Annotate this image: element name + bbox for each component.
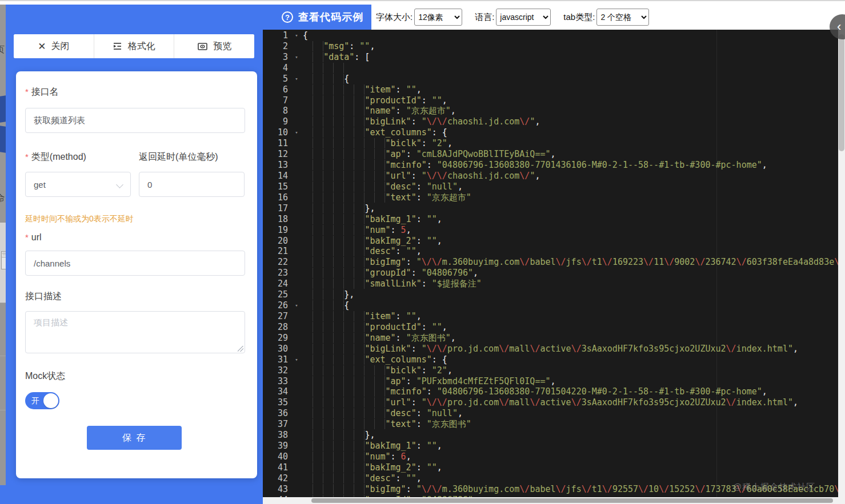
- code-line[interactable]: 9 "bigLink": "\/\/chaoshi.jd.com\/",: [263, 116, 838, 127]
- code-text[interactable]: "bakImg_2": "",: [303, 462, 838, 473]
- code-line[interactable]: 5▾ {: [263, 74, 838, 84]
- fold-arrow-icon[interactable]: ▾: [291, 300, 302, 311]
- code-line[interactable]: 18 "bakImg_1": "",: [263, 214, 838, 225]
- code-line[interactable]: 32 "biclk": "2",: [263, 365, 838, 376]
- code-text[interactable]: "bakImg_1": "",: [303, 441, 838, 451]
- code-line[interactable]: 35 "url": "\/\/pro.jd.com\/mall\/active\…: [263, 397, 838, 408]
- code-line[interactable]: 16 "text": "京东超市": [263, 192, 838, 203]
- code-line[interactable]: 36 "desc": "null",: [263, 408, 838, 419]
- code-text[interactable]: "url": "\/\/pro.jd.com\/mall\/active\/3s…: [303, 397, 838, 408]
- code-text[interactable]: "num": 5,: [303, 225, 838, 236]
- code-text[interactable]: "url": "\/\/chaoshi.jd.com\/",: [303, 171, 838, 182]
- code-line[interactable]: 31▾ "ext_columns": {: [263, 354, 838, 365]
- code-line[interactable]: 12 "ap": "cmL8AJdPQwoBBlITEyBAiQ==",: [263, 149, 838, 160]
- desc-textarea[interactable]: [25, 311, 245, 353]
- code-text[interactable]: "bigLink": "\/\/chaoshi.jd.com\/",: [303, 116, 838, 127]
- code-line[interactable]: 17 },: [263, 203, 838, 214]
- code-text[interactable]: "biclk": "2",: [303, 365, 838, 376]
- code-line[interactable]: 8 "name": "京东超市",: [263, 106, 838, 116]
- method-select[interactable]: get: [25, 172, 131, 197]
- code-line[interactable]: 33 "ap": "PUFxbmd4cMfEZtF5QFl0IQ==",: [263, 376, 838, 387]
- code-text[interactable]: },: [303, 430, 838, 441]
- code-line[interactable]: 41 "bakImg_2": "",: [263, 462, 838, 473]
- code-line[interactable]: 6 "item": "",: [263, 84, 838, 95]
- fold-arrow-icon[interactable]: ▾: [291, 74, 302, 84]
- code-line[interactable]: 1▾{: [263, 30, 838, 41]
- horizontal-scrollbar-thumb[interactable]: [311, 498, 833, 503]
- code-text[interactable]: "smallLink": "$提报备注": [303, 279, 838, 289]
- code-text[interactable]: "ap": "PUFxbmd4cMfEZtF5QFl0IQ==",: [303, 376, 838, 387]
- code-line[interactable]: 29 "name": "京东图书",: [263, 333, 838, 344]
- tab-type-select[interactable]: 2 个空格: [596, 9, 649, 26]
- code-text[interactable]: "bigLink": "\/\/pro.jd.com\/mall\/active…: [303, 344, 838, 354]
- code-text[interactable]: [303, 63, 838, 74]
- save-button[interactable]: 保 存: [87, 426, 182, 450]
- code-text[interactable]: "mcinfo": "04806796-13608380-7701504220-…: [303, 386, 838, 397]
- code-text[interactable]: "text": "京东图书": [303, 419, 838, 430]
- horizontal-scrollbar[interactable]: [263, 497, 838, 504]
- code-line[interactable]: 4: [263, 63, 838, 74]
- code-line[interactable]: 3▾ "data": [: [263, 52, 838, 63]
- help-circle-icon[interactable]: ?: [282, 11, 293, 23]
- code-text[interactable]: "biclk": "2",: [303, 138, 838, 149]
- delay-input[interactable]: [139, 172, 245, 197]
- code-text[interactable]: {: [303, 30, 838, 41]
- code-text[interactable]: "name": "京东超市",: [303, 106, 838, 116]
- code-text[interactable]: {: [303, 300, 838, 311]
- code-text[interactable]: "name": "京东图书",: [303, 333, 838, 344]
- mock-status-toggle[interactable]: 开: [25, 392, 59, 409]
- code-text[interactable]: },: [303, 289, 838, 300]
- code-text[interactable]: "text": "京东超市": [303, 192, 838, 203]
- code-text[interactable]: "desc": "null",: [303, 182, 838, 192]
- close-button[interactable]: ✕ 关闭: [14, 34, 94, 58]
- font-size-select[interactable]: 12像素: [414, 9, 462, 26]
- code-line[interactable]: 25 },: [263, 289, 838, 300]
- code-line[interactable]: 40 "num": 6,: [263, 451, 838, 462]
- api-name-input[interactable]: [25, 108, 245, 133]
- code-text[interactable]: "item": "",: [303, 84, 838, 95]
- code-text[interactable]: "data": [: [303, 52, 838, 63]
- code-line[interactable]: 26▾ {: [263, 300, 838, 311]
- code-line[interactable]: 7 "productId": "",: [263, 95, 838, 106]
- code-line[interactable]: 20 "bakImg_2": "",: [263, 236, 838, 247]
- code-line[interactable]: 11 "biclk": "2",: [263, 138, 838, 149]
- code-line[interactable]: 24 "smallLink": "$提报备注": [263, 279, 838, 289]
- code-text[interactable]: {: [303, 74, 838, 84]
- code-line[interactable]: 28 "productId": "",: [263, 322, 838, 333]
- preview-button[interactable]: 预览: [174, 34, 254, 58]
- fold-arrow-icon[interactable]: ▾: [291, 30, 302, 41]
- vertical-scrollbar-thumb[interactable]: [839, 34, 844, 151]
- code-line[interactable]: 30 "bigLink": "\/\/pro.jd.com\/mall\/act…: [263, 344, 838, 354]
- code-line[interactable]: 34 "mcinfo": "04806796-13608380-77015042…: [263, 386, 838, 397]
- code-text[interactable]: "bakImg_2": "",: [303, 236, 838, 247]
- code-text[interactable]: "productId": "",: [303, 95, 838, 106]
- code-text[interactable]: "ap": "cmL8AJdPQwoBBlITEyBAiQ==",: [303, 149, 838, 160]
- code-line[interactable]: 37 "text": "京东图书": [263, 419, 838, 430]
- fold-arrow-icon[interactable]: ▾: [291, 354, 302, 365]
- code-line[interactable]: 38 },: [263, 430, 838, 441]
- resize-handle-icon[interactable]: [238, 346, 243, 352]
- code-line[interactable]: 10▾ "ext_columns": {: [263, 127, 838, 138]
- url-input[interactable]: [25, 251, 245, 276]
- format-button[interactable]: 格式化: [94, 34, 174, 58]
- code-line[interactable]: 23 "groupId": "04806796",: [263, 268, 838, 279]
- fold-arrow-icon[interactable]: ▾: [291, 52, 302, 63]
- code-line[interactable]: 39 "bakImg_1": "",: [263, 441, 838, 451]
- code-editor[interactable]: 1▾{2 "msg": "",3▾ "data": [4 5▾ {6 "item…: [263, 30, 838, 504]
- code-text[interactable]: "msg": "",: [303, 41, 838, 52]
- code-text[interactable]: "desc": "null",: [303, 408, 838, 419]
- code-line[interactable]: 27 "item": "",: [263, 311, 838, 322]
- code-text[interactable]: "item": "",: [303, 311, 838, 322]
- code-text[interactable]: "mcinfo": "04806796-13608380-7701436106-…: [303, 160, 838, 171]
- code-text[interactable]: "groupId": "04806796",: [303, 268, 838, 279]
- vertical-scrollbar[interactable]: [838, 30, 845, 497]
- code-line[interactable]: 15 "desc": "null",: [263, 182, 838, 192]
- code-text[interactable]: },: [303, 203, 838, 214]
- language-select[interactable]: javascript: [496, 9, 551, 26]
- fold-arrow-icon[interactable]: ▾: [291, 127, 302, 138]
- code-text[interactable]: "bigImg": "\/\/m.360buyimg.com\/babel\/j…: [303, 257, 838, 268]
- code-line[interactable]: 13 "mcinfo": "04806796-13608380-77014361…: [263, 160, 838, 171]
- code-line[interactable]: 19 "num": 5,: [263, 225, 838, 236]
- code-line[interactable]: 21 "desc": "",: [263, 246, 838, 257]
- code-text[interactable]: "num": 6,: [303, 451, 838, 462]
